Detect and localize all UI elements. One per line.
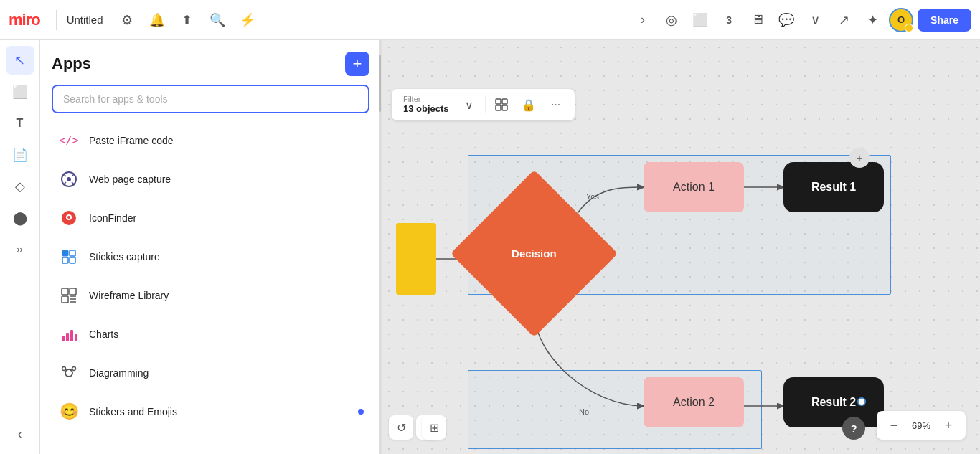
search-button[interactable]: 🔍 <box>205 8 230 32</box>
settings-button[interactable]: ⚙ <box>115 8 139 32</box>
zoom-in-button[interactable]: + <box>938 415 958 435</box>
left-sidebar: ↖ ⬜ T 📄 ◇ ⬤ ›› ‹ <box>0 40 40 454</box>
notifications-button[interactable]: 🔔 <box>145 8 169 32</box>
apps-list: </> Paste iFrame code Web page capture <box>52 122 369 430</box>
panel-toggle-button[interactable]: ⊞ <box>422 415 446 440</box>
panel-scroll-thumb <box>379 55 381 112</box>
svg-rect-28 <box>496 99 501 104</box>
web-capture-icon <box>57 168 80 191</box>
sticky-tool-button[interactable]: 📄 <box>6 141 34 169</box>
decision-label: Decision <box>512 247 557 260</box>
canvas-toolbar: Filter 13 objects ∨ 🔒 ··· <box>392 89 575 120</box>
help-button[interactable]: ? <box>842 417 865 440</box>
magic-button[interactable]: ✦ <box>860 8 885 32</box>
app-item-stickers-emojis[interactable]: 😊 Stickers and Emojis <box>52 393 369 430</box>
app-name-charts: Charts <box>89 328 364 340</box>
svg-rect-12 <box>70 257 75 263</box>
lock-button[interactable]: 🔒 <box>517 93 540 116</box>
topbar: miro Untitled ⚙ 🔔 ⬆ 🔍 ⚡ › ◎ ⬜ 3 🖥 💬 ∨ ↗ … <box>0 0 980 40</box>
apps-panel: Apps + </> Paste iFrame code <box>40 40 382 454</box>
apps-panel-title: Apps <box>52 55 91 73</box>
chevron-right-button[interactable]: › <box>631 8 655 32</box>
app-item-stickies-capture[interactable]: Stickies capture <box>52 238 369 275</box>
svg-point-24 <box>62 367 66 371</box>
text-tool-button[interactable]: T <box>6 109 34 138</box>
timer-button[interactable]: ◎ <box>659 8 684 32</box>
zoom-controls: − 69% + <box>877 411 966 440</box>
svg-rect-9 <box>62 250 68 256</box>
app-name-wireframe-library: Wireframe Library <box>89 290 364 301</box>
zoom-out-button[interactable]: − <box>884 415 904 435</box>
cursor-tool-button[interactable]: ↖ <box>6 46 34 75</box>
comment-button[interactable]: 💬 <box>774 8 798 32</box>
decision-diamond[interactable]: Decision <box>475 194 593 313</box>
app-item-charts[interactable]: Charts <box>52 316 369 353</box>
result2-label: Result 2 <box>811 396 856 409</box>
collapse-sidebar-button[interactable]: ‹ <box>6 420 34 448</box>
stickies-capture-icon <box>57 245 80 268</box>
frame-tool-button[interactable]: ⬜ <box>6 77 34 106</box>
diagramming-icon <box>57 361 80 384</box>
avatar[interactable]: O <box>889 8 913 32</box>
main-area: ↖ ⬜ T 📄 ◇ ⬤ ›› ‹ Apps + </> Paste iFrame… <box>0 40 980 454</box>
wireframe-library-icon <box>57 284 80 307</box>
svg-point-1 <box>67 177 71 181</box>
frame-view-button[interactable]: ⬜ <box>688 8 712 32</box>
result1-label: Result 1 <box>811 181 856 194</box>
toolbar-more-button[interactable]: ··· <box>545 93 567 116</box>
stickers-emojis-dot <box>358 409 364 415</box>
app-item-iconfinder[interactable]: IconFinder <box>52 199 369 237</box>
undo-button[interactable]: ↺ <box>389 415 413 440</box>
apps-panel-add-button[interactable]: + <box>345 52 369 76</box>
svg-rect-20 <box>66 333 69 341</box>
action1-box[interactable]: Action 1 <box>644 162 744 212</box>
iconfinder-icon <box>57 207 80 230</box>
apps-search-input[interactable] <box>52 85 369 113</box>
canvas-area[interactable]: Filter 13 objects ∨ 🔒 ··· <box>382 40 980 454</box>
charts-icon <box>57 323 80 346</box>
more-options-button[interactable]: ∨ <box>803 8 827 32</box>
app-item-wireframe-library[interactable]: Wireframe Library <box>52 277 369 314</box>
result1-box[interactable]: Result 1 <box>783 162 884 212</box>
number-button[interactable]: 3 <box>717 8 741 32</box>
canvas-add-button[interactable]: + <box>849 148 870 168</box>
svg-point-25 <box>72 367 76 371</box>
svg-rect-14 <box>70 288 76 295</box>
frame-layout-button[interactable] <box>490 93 513 116</box>
document-title: Untitled <box>67 14 103 26</box>
svg-rect-10 <box>70 250 75 256</box>
zoom-value: 69% <box>908 420 934 431</box>
action1-label: Action 1 <box>673 181 715 194</box>
svg-rect-30 <box>496 105 501 110</box>
topbar-divider <box>56 10 57 30</box>
filter-count: 13 objects <box>403 103 449 114</box>
avatar-initials: O <box>897 14 905 25</box>
svg-rect-31 <box>502 105 507 110</box>
cursor-mode-button[interactable]: ↗ <box>831 8 856 32</box>
shape-tool-button[interactable]: ◇ <box>6 172 34 201</box>
filter-chevron-button[interactable]: ∨ <box>458 93 481 116</box>
app-item-paste-iframe[interactable]: </> Paste iFrame code <box>52 122 369 159</box>
app-item-diagramming[interactable]: Diagramming <box>52 354 369 392</box>
share-upload-button[interactable]: ⬆ <box>175 8 199 32</box>
result2-box[interactable]: Result 2 <box>783 377 884 427</box>
miro-logo: miro <box>9 11 40 29</box>
panel-scroll-indicator <box>379 40 381 454</box>
share-button[interactable]: Share <box>918 9 971 32</box>
filter-label: Filter <box>403 95 449 103</box>
action2-box[interactable]: Action 2 <box>644 377 744 427</box>
connector-tool-button[interactable]: ⬤ <box>6 204 34 232</box>
diamond-shape: Decision <box>451 170 618 337</box>
star-button[interactable]: ⚡ <box>235 8 260 32</box>
selection-handle-bottom-right <box>857 397 866 406</box>
svg-rect-19 <box>62 336 65 341</box>
more-tools-button[interactable]: ›› <box>6 235 34 264</box>
present-button[interactable]: 🖥 <box>745 8 770 32</box>
app-name-paste-iframe: Paste iFrame code <box>89 135 364 146</box>
svg-point-8 <box>67 216 70 219</box>
filter-area[interactable]: Filter 13 objects <box>399 94 453 115</box>
topbar-right: › ◎ ⬜ 3 🖥 💬 ∨ ↗ ✦ O Share <box>631 8 971 32</box>
app-name-web-capture: Web page capture <box>89 174 364 185</box>
action2-label: Action 2 <box>673 396 715 409</box>
app-item-web-capture[interactable]: Web page capture <box>52 161 369 198</box>
